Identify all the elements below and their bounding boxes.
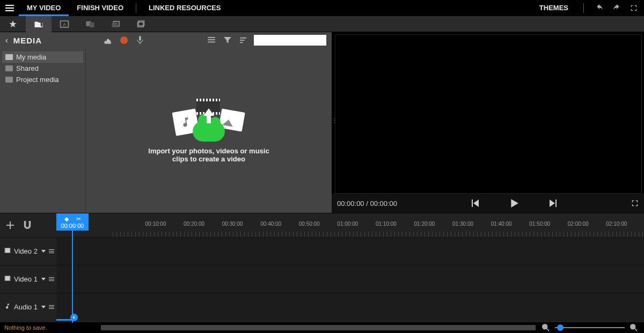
playback-time: 00:00:00 / 00:00:00 <box>337 199 397 208</box>
zoom-out-icon[interactable] <box>540 322 552 333</box>
ruler-tick-label: 02:00:00 <box>568 221 589 227</box>
redo-icon[interactable] <box>611 2 623 14</box>
cloud-upload-icon[interactable] <box>102 34 114 46</box>
panel-resize-handle[interactable]: ⋮ <box>332 117 335 128</box>
track-menu-icon[interactable] <box>49 249 54 253</box>
tab-transitions-icon[interactable] <box>77 16 103 32</box>
track-name: Video 1 <box>14 275 38 283</box>
microphone-icon[interactable] <box>134 34 146 46</box>
ruler-tick-label: 00:20:00 <box>184 221 204 227</box>
marker-icon: ◆ <box>64 216 69 223</box>
folder-icon <box>5 65 13 71</box>
import-graphic <box>174 99 244 142</box>
track-dropdown-icon[interactable] <box>41 278 46 280</box>
search-box[interactable] <box>254 35 326 46</box>
ruler-tick-label: 02:10:00 <box>606 221 627 227</box>
list-view-icon[interactable] <box>206 34 217 46</box>
preview-panel: ⋮ 00:00:00 / 00:00:00 <box>332 32 644 213</box>
folder-tree: My media Shared Project media <box>0 48 86 213</box>
track-lane[interactable] <box>56 293 644 321</box>
track-lane[interactable] <box>56 265 644 293</box>
ruler-tick-label: 00:40:00 <box>260 221 281 227</box>
track-video-1[interactable]: Video 1 <box>0 265 644 293</box>
svg-rect-17 <box>472 199 473 207</box>
time-ruler[interactable]: 00:10:0000:20:0000:30:0000:40:0000:50:00… <box>113 213 644 237</box>
svg-rect-9 <box>208 37 215 38</box>
status-message: Nothing to save. <box>4 324 47 331</box>
timeline-scrollbar[interactable] <box>101 325 536 330</box>
zoom-slider[interactable] <box>555 327 625 328</box>
search-input[interactable] <box>256 37 330 43</box>
folder-icon <box>5 77 13 83</box>
track-video-2[interactable]: Video 2 <box>0 237 644 265</box>
video-preview[interactable] <box>335 34 642 194</box>
tab-library-icon[interactable] <box>129 16 155 32</box>
folder-label: Project media <box>16 76 58 84</box>
svg-rect-25 <box>10 248 11 253</box>
svg-rect-18 <box>555 199 557 207</box>
svg-text:A: A <box>63 22 66 27</box>
tab-favorites-icon[interactable] <box>0 16 26 32</box>
svg-rect-28 <box>10 276 11 281</box>
track-header[interactable]: Video 1 <box>0 265 56 293</box>
sort-icon[interactable] <box>238 34 250 46</box>
themes-button[interactable]: THEMES <box>534 0 574 16</box>
track-audio-1[interactable]: Audio 1 <box>0 293 644 321</box>
music-note-icon <box>4 303 11 311</box>
media-title: MEDIA <box>13 36 42 45</box>
folder-project-media[interactable]: Project media <box>2 74 83 85</box>
tab-effects-icon[interactable] <box>103 16 129 32</box>
add-track-icon[interactable] <box>4 219 16 231</box>
playhead-time: 00:00:00 <box>61 223 84 229</box>
filter-icon[interactable] <box>222 34 233 46</box>
svg-rect-13 <box>240 40 245 41</box>
folder-my-media[interactable]: My media <box>2 51 83 63</box>
back-chevron-icon[interactable]: ‹ <box>5 36 8 45</box>
prev-frame-icon[interactable] <box>471 199 480 208</box>
next-frame-icon[interactable] <box>548 199 557 208</box>
expand-preview-icon[interactable] <box>631 199 639 207</box>
play-icon[interactable] <box>509 198 519 208</box>
record-icon[interactable] <box>118 34 130 46</box>
tab-titles-icon[interactable]: A <box>52 16 77 32</box>
tab-finish-video[interactable]: FINISH VIDEO <box>69 0 131 16</box>
svg-rect-26 <box>5 276 11 281</box>
magnet-snap-icon[interactable] <box>21 219 33 231</box>
track-lane[interactable] <box>56 238 644 265</box>
folder-label: Shared <box>16 64 39 72</box>
svg-rect-24 <box>4 248 5 253</box>
folder-shared[interactable]: Shared <box>2 63 83 74</box>
import-dropzone[interactable]: Import your photos, videos or music clip… <box>86 48 332 213</box>
track-menu-icon[interactable] <box>49 277 54 281</box>
tab-media-icon[interactable] <box>26 16 52 32</box>
ruler-tick-label: 01:20:00 <box>414 221 435 227</box>
tab-linked-resources[interactable]: LINKED RESOURCES <box>141 0 229 16</box>
scissors-icon[interactable]: ✂ <box>76 216 81 223</box>
source-tabstrip: A <box>0 16 644 32</box>
track-dropdown-icon[interactable] <box>41 250 46 253</box>
playhead-line[interactable] <box>72 231 73 323</box>
playhead-marker[interactable]: ◆ ✂ 00:00:00 <box>56 213 89 231</box>
tab-my-video[interactable]: MY VIDEO <box>19 0 69 16</box>
svg-rect-14 <box>240 42 243 43</box>
svg-line-33 <box>635 329 637 331</box>
svg-rect-22 <box>29 221 31 223</box>
topbar: MY VIDEO FINISH VIDEO LINKED RESOURCES T… <box>0 0 644 16</box>
track-dropdown-icon[interactable] <box>41 306 46 308</box>
track-header[interactable]: Audio 1 <box>0 293 56 321</box>
fullscreen-icon[interactable] <box>628 2 640 14</box>
divider <box>136 3 136 13</box>
film-icon <box>4 275 11 283</box>
track-menu-icon[interactable] <box>49 305 54 309</box>
divider <box>583 3 584 13</box>
media-panel: ‹ MEDIA <box>0 32 332 213</box>
track-header[interactable]: Video 2 <box>0 238 56 265</box>
ruler-tick-label: 00:50:00 <box>299 221 320 227</box>
zoom-in-icon[interactable] <box>628 322 640 333</box>
undo-icon[interactable] <box>594 2 605 14</box>
menu-hamburger[interactable] <box>0 0 19 16</box>
ruler-tick-label: 00:10:00 <box>145 221 166 227</box>
playback-controls: 00:00:00 / 00:00:00 <box>332 194 644 213</box>
ruler-tick-label: 00:30:00 <box>222 221 243 227</box>
ruler-tick-label: 01:50:00 <box>529 221 550 227</box>
